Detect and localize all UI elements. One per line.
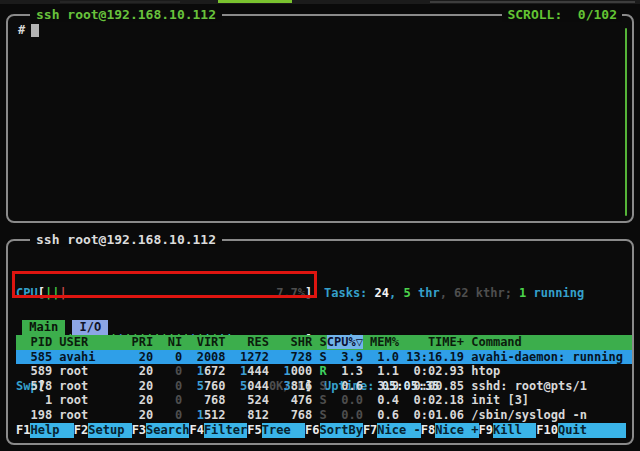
shell-prompt[interactable]: #: [18, 23, 39, 37]
fkey-f9[interactable]: F9: [479, 423, 493, 438]
table-header-row[interactable]: PID USER PRI NI VIRT RES SHR SCPU%▽ MEM%…: [16, 335, 632, 350]
fkey-label-f6[interactable]: SortBy: [320, 423, 363, 438]
pane-title-ssh: ssh root@192.168.10.112: [30, 232, 222, 247]
terminal-pane-htop: ssh root@192.168.10.112 CPU[||| 7.7%] Me…: [6, 239, 634, 445]
terminal-pane-top: ssh root@192.168.10.112 SCROLL: 0/102 #: [6, 14, 634, 223]
fkey-f5[interactable]: F5: [247, 423, 261, 438]
fkey-f10[interactable]: F10: [536, 423, 558, 438]
progress-segment-green: [218, 0, 292, 3]
fkey-f1[interactable]: F1: [16, 423, 30, 438]
process-row-pid-198[interactable]: 198 root 20 0 1512 812 768 S 0.0 0.6 0:0…: [16, 408, 632, 423]
fkey-f7[interactable]: F7: [363, 423, 377, 438]
tasks-summary: Tasks: 24, 5 thr, 62 kthr; 1 running: [324, 286, 584, 302]
fkey-label-f1[interactable]: Help: [30, 423, 73, 438]
process-table: PID USER PRI NI VIRT RES SHR SCPU%▽ MEM%…: [16, 335, 632, 423]
htop-screen-tabs: Main I/O: [22, 320, 108, 335]
video-progress-strip: [0, 0, 640, 4]
tab-main[interactable]: Main: [22, 320, 65, 335]
terminal-cursor: [31, 24, 39, 37]
tab-i-o[interactable]: I/O: [72, 320, 108, 335]
scrollbar[interactable]: [625, 28, 627, 216]
progress-segment: [430, 1, 635, 3]
fkey-f3[interactable]: F3: [132, 423, 146, 438]
fkey-f6[interactable]: F6: [305, 423, 319, 438]
progress-segment: [60, 1, 180, 3]
fkey-f2[interactable]: F2: [74, 423, 88, 438]
fkey-f4[interactable]: F4: [189, 423, 203, 438]
fkey-label-f10[interactable]: Quit: [558, 423, 626, 438]
fkey-label-f7[interactable]: Nice -: [377, 423, 420, 438]
scroll-indicator: SCROLL: 0/102: [502, 7, 622, 22]
fkey-label-f4[interactable]: Filter: [204, 423, 247, 438]
process-row-pid-585[interactable]: 585 avahi 20 0 2008 1272 728 S 3.9 1.0 1…: [16, 350, 632, 365]
fkey-label-f9[interactable]: Kill: [493, 423, 536, 438]
process-row-pid-589[interactable]: 589 root 20 0 1672 1444 1000 R 1.3 1.1 0…: [16, 364, 632, 379]
fkey-label-f5[interactable]: Tree: [262, 423, 305, 438]
function-key-bar: F1Help F2Setup F3SearchF4FilterF5Tree F6…: [16, 423, 626, 438]
fkey-label-f8[interactable]: Nice +: [435, 423, 478, 438]
process-row-pid-578[interactable]: 578 root 20 0 5760 5044 3816 S 0.6 3.9 0…: [16, 379, 632, 394]
fkey-label-f3[interactable]: Search: [146, 423, 189, 438]
process-row-pid-1[interactable]: 1 root 20 0 768 524 476 S 0.0 0.4 0:02.1…: [16, 393, 632, 408]
prompt-symbol: #: [18, 23, 25, 37]
fkey-f8[interactable]: F8: [421, 423, 435, 438]
cpu-meter: CPU[||| 7.7%]: [16, 286, 313, 302]
pane-title-ssh: ssh root@192.168.10.112: [30, 7, 222, 22]
fkey-label-f2[interactable]: Setup: [88, 423, 131, 438]
